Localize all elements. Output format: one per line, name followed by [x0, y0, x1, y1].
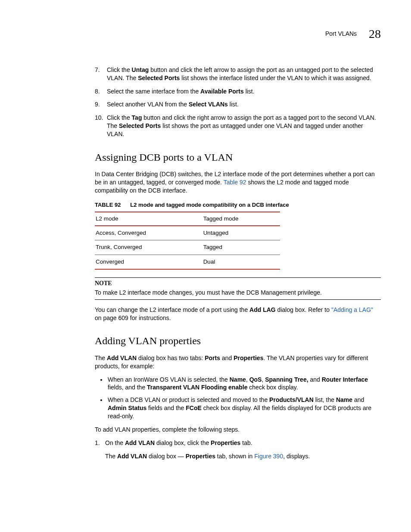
compatibility-table: L2 mode Tagged mode Access, ConvergedUnt… — [95, 212, 280, 270]
note-label: NOTE — [95, 280, 381, 288]
numbered-steps: 1. On the Add VLAN dialog box, click the… — [95, 439, 381, 460]
table-cell: Trunk, Converged — [95, 240, 202, 255]
bullet-list: When an IronWare OS VLAN is selected, th… — [95, 376, 381, 420]
paragraph: To add VLAN properties, complete the fol… — [95, 426, 381, 434]
list-item: 9.Select another VLAN from the Select VL… — [95, 100, 381, 109]
cross-reference-link[interactable]: Figure 390 — [254, 453, 283, 460]
list-item: When an IronWare OS VLAN is selected, th… — [107, 376, 381, 392]
step-number: 1. — [95, 439, 100, 447]
table-cell: Untagged — [202, 226, 280, 240]
section-heading-adding-vlan-properties: Adding VLAN properties — [95, 334, 381, 348]
step-number: 9. — [95, 100, 100, 109]
paragraph: In Data Center Bridging (DCB) switches, … — [95, 170, 381, 195]
table-header-cell: Tagged mode — [202, 212, 280, 226]
header-section-label: Port VLANs — [325, 30, 357, 37]
cross-reference-link[interactable]: Table 92 — [224, 179, 246, 186]
table-cell: Converged — [95, 255, 202, 269]
header-chapter-number: 28 — [369, 27, 381, 40]
step-follow-text: The Add VLAN dialog box — Properties tab… — [105, 452, 381, 460]
table-title: TABLE 92 L2 mode and tagged mode compati… — [95, 201, 381, 209]
step-text: Select the same interface from the Avail… — [107, 88, 255, 95]
table-row: Trunk, ConvergedTagged — [95, 240, 280, 255]
step-number: 7. — [95, 66, 100, 74]
table-header-row: L2 mode Tagged mode — [95, 212, 280, 226]
list-item: 7.Click the Untag button and click the l… — [95, 66, 381, 82]
table-row: ConvergedDual — [95, 255, 280, 269]
list-item: When a DCB VLAN or product is selected a… — [107, 396, 381, 420]
step-text: On the Add VLAN dialog box, click the Pr… — [105, 439, 252, 446]
step-text: Click the Untag button and click the lef… — [107, 66, 373, 81]
list-item: 10.Click the Tag button and click the ri… — [95, 114, 381, 138]
note-text: To make L2 interface mode changes, you m… — [95, 289, 322, 296]
list-item: 8.Select the same interface from the Ava… — [95, 87, 381, 96]
step-number: 8. — [95, 87, 100, 96]
paragraph: The Add VLAN dialog box has two tabs: Po… — [95, 354, 381, 370]
step-number: 10. — [95, 114, 103, 122]
step-text: Select another VLAN from the Select VLAN… — [107, 101, 239, 108]
numbered-steps: 7.Click the Untag button and click the l… — [95, 66, 381, 138]
table-label: TABLE 92 — [95, 202, 121, 208]
list-item: 1. On the Add VLAN dialog box, click the… — [95, 439, 381, 460]
cross-reference-link[interactable]: "Adding a LAG" — [331, 306, 373, 313]
table-row: Access, ConvergedUntagged — [95, 226, 280, 240]
table-header-cell: L2 mode — [95, 212, 202, 226]
table-caption: L2 mode and tagged mode compatibility on… — [130, 202, 289, 208]
note-block: NOTE To make L2 interface mode changes, … — [95, 277, 381, 300]
table-cell: Tagged — [202, 240, 280, 255]
section-heading-assigning-dcb: Assigning DCB ports to a VLAN — [95, 150, 381, 164]
page-content: 7.Click the Untag button and click the l… — [95, 66, 381, 460]
table-cell: Dual — [202, 255, 280, 269]
page-header: Port VLANs 28 — [95, 26, 381, 42]
step-text: Click the Tag button and click the right… — [107, 114, 376, 137]
paragraph: You can change the L2 interface mode of … — [95, 306, 381, 322]
table-cell: Access, Converged — [95, 226, 202, 240]
